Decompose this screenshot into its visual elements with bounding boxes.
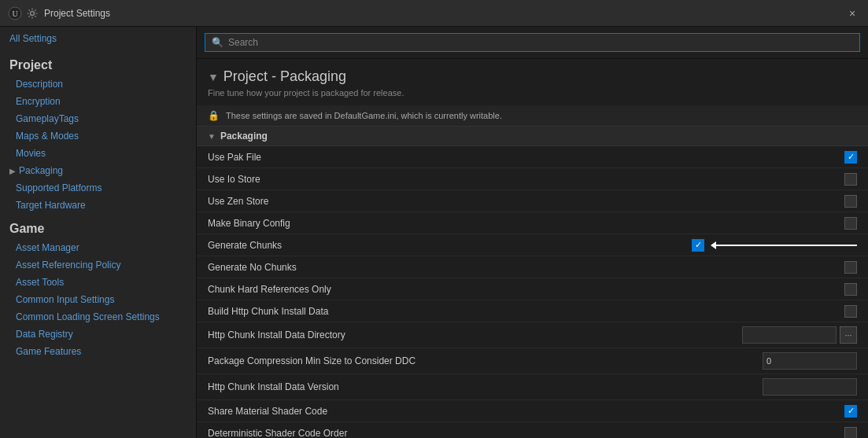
packaging-arrow-icon: ▶ xyxy=(9,167,16,175)
table-row: Use Zen Store xyxy=(197,190,868,212)
row-label-use-io-store: Use Io Store xyxy=(208,174,844,185)
checkbox-generate-chunks[interactable] xyxy=(692,239,704,252)
sidebar-all-settings[interactable]: All Settings xyxy=(0,27,196,50)
group-collapse-arrow-icon: ▼ xyxy=(208,132,216,141)
section-heading: ▼ Project - Packaging Fine tune how your… xyxy=(197,59,868,101)
sidebar-item-game-features[interactable]: Game Features xyxy=(0,343,196,360)
table-row: Generate No Chunks xyxy=(197,256,868,278)
row-label-chunk-hard-refs: Chunk Hard References Only xyxy=(208,284,844,295)
sidebar-item-packaging[interactable]: ▶ Packaging xyxy=(0,162,196,179)
sidebar-item-maps-modes[interactable]: Maps & Modes xyxy=(0,127,196,145)
table-row: Deterministic Shader Code Order xyxy=(197,422,868,438)
row-control-share-material-shader xyxy=(844,405,857,418)
row-label-http-chunk-version: Http Chunk Install Data Version xyxy=(208,381,763,392)
section-heading-title: ▼ Project - Packaging xyxy=(208,68,857,85)
row-control-http-chunk-dir: ··· xyxy=(742,326,857,344)
checkbox-use-zen-store[interactable] xyxy=(844,195,857,208)
search-input[interactable] xyxy=(228,37,853,48)
row-control-use-zen-store xyxy=(844,195,857,208)
table-row: Package Compression Min Size to Consider… xyxy=(197,348,868,374)
sidebar: All Settings Project Description Encrypt… xyxy=(0,27,197,438)
table-row: Http Chunk Install Data Version xyxy=(197,374,868,400)
row-control-build-http-chunk xyxy=(844,305,857,318)
row-control-make-binary-config xyxy=(844,217,857,230)
search-icon: 🔍 xyxy=(212,37,223,48)
ue-logo-icon: U xyxy=(8,6,22,20)
sidebar-item-packaging-label: Packaging xyxy=(19,165,63,176)
table-row: Chunk Hard References Only xyxy=(197,278,868,300)
sidebar-item-common-loading-screen-settings[interactable]: Common Loading Screen Settings xyxy=(0,308,196,326)
row-control-package-compression xyxy=(763,352,857,370)
row-label-make-binary-config: Make Binary Config xyxy=(208,218,844,229)
sidebar-item-encryption[interactable]: Encryption xyxy=(0,93,196,110)
sidebar-item-target-hardware[interactable]: Target Hardware xyxy=(0,197,196,214)
row-label-build-http-chunk: Build Http Chunk Install Data xyxy=(208,306,844,317)
sidebar-item-description[interactable]: Description xyxy=(0,75,196,93)
checkbox-use-pak-file[interactable] xyxy=(844,151,857,164)
table-row: Use Io Store xyxy=(197,168,868,190)
sidebar-item-movies[interactable]: Movies xyxy=(0,145,196,162)
sidebar-item-common-input-settings[interactable]: Common Input Settings xyxy=(0,291,196,308)
row-control-use-io-store xyxy=(844,173,857,186)
table-row: Generate Chunks xyxy=(197,234,868,256)
sidebar-item-data-registry[interactable]: Data Registry xyxy=(0,326,196,343)
sidebar-item-asset-referencing-policy[interactable]: Asset Referencing Policy xyxy=(0,256,196,274)
main-layout: All Settings Project Description Encrypt… xyxy=(0,27,868,438)
row-control-chunk-hard-refs xyxy=(844,283,857,296)
settings-icon xyxy=(25,6,39,20)
table-row: Share Material Shader Code xyxy=(197,400,868,422)
search-bar: 🔍 xyxy=(197,27,868,59)
table-row: Make Binary Config xyxy=(197,212,868,234)
close-button[interactable]: × xyxy=(844,6,860,21)
row-label-share-material-shader: Share Material Shader Code xyxy=(208,406,844,417)
packaging-group-header[interactable]: ▼ Packaging xyxy=(197,126,868,146)
section-subtitle: Fine tune how your project is packaged f… xyxy=(208,88,857,98)
info-bar-text: These settings are saved in DefaultGame.… xyxy=(226,111,502,120)
row-control-use-pak-file xyxy=(844,151,857,164)
sidebar-section-project: Project xyxy=(0,50,196,75)
section-collapse-arrow-icon[interactable]: ▼ xyxy=(208,71,219,83)
packaging-group: ▼ Packaging Use Pak File Use Io Store Us… xyxy=(197,126,868,438)
checkbox-deterministic-shader[interactable] xyxy=(844,427,857,439)
title-bar: U Project Settings × xyxy=(0,0,868,27)
content-area: 🔍 ▼ Project - Packaging Fine tune how yo… xyxy=(197,27,868,438)
row-control-http-chunk-version xyxy=(763,378,857,396)
row-label-generate-no-chunks: Generate No Chunks xyxy=(208,262,844,273)
row-label-package-compression: Package Compression Min Size to Consider… xyxy=(208,355,763,366)
sidebar-item-asset-manager[interactable]: Asset Manager xyxy=(0,239,196,256)
sidebar-item-supported-platforms[interactable]: Supported Platforms xyxy=(0,179,196,197)
row-control-generate-no-chunks xyxy=(844,261,857,274)
checkbox-share-material-shader[interactable] xyxy=(844,405,857,418)
row-control-deterministic-shader xyxy=(844,427,857,439)
arrow-line-icon xyxy=(715,245,857,246)
svg-point-2 xyxy=(31,11,35,15)
checkbox-chunk-hard-refs[interactable] xyxy=(844,283,857,296)
row-label-use-pak-file: Use Pak File xyxy=(208,152,844,163)
checkbox-generate-no-chunks[interactable] xyxy=(844,261,857,274)
lock-icon: 🔒 xyxy=(208,110,220,121)
sidebar-item-asset-tools[interactable]: Asset Tools xyxy=(0,274,196,291)
packaging-group-label: Packaging xyxy=(220,131,268,142)
sidebar-section-game: Game xyxy=(0,214,196,239)
input-http-chunk-dir[interactable] xyxy=(742,326,837,344)
ellipsis-button-http-chunk-dir[interactable]: ··· xyxy=(840,326,857,344)
table-row: Use Pak File xyxy=(197,146,868,168)
input-package-compression[interactable] xyxy=(763,352,857,370)
svg-text:U: U xyxy=(12,9,18,18)
sidebar-item-gameplaytags[interactable]: GameplayTags xyxy=(0,110,196,127)
input-http-chunk-version[interactable] xyxy=(763,378,857,396)
section-title-text: Project - Packaging xyxy=(223,68,346,85)
row-label-use-zen-store: Use Zen Store xyxy=(208,196,844,207)
checkbox-use-io-store[interactable] xyxy=(844,173,857,186)
arrow-annotation xyxy=(715,245,857,246)
checkbox-make-binary-config[interactable] xyxy=(844,217,857,230)
checkbox-build-http-chunk[interactable] xyxy=(844,305,857,318)
row-label-http-chunk-dir: Http Chunk Install Data Directory xyxy=(208,329,742,340)
settings-info-bar: 🔒 These settings are saved in DefaultGam… xyxy=(197,105,868,126)
table-row: Http Chunk Install Data Directory ··· xyxy=(197,322,868,348)
row-label-generate-chunks: Generate Chunks xyxy=(208,240,692,251)
search-container: 🔍 xyxy=(205,33,860,52)
row-label-deterministic-shader: Deterministic Shader Code Order xyxy=(208,428,844,439)
table-row: Build Http Chunk Install Data xyxy=(197,300,868,322)
title-bar-title: Project Settings xyxy=(44,8,844,19)
